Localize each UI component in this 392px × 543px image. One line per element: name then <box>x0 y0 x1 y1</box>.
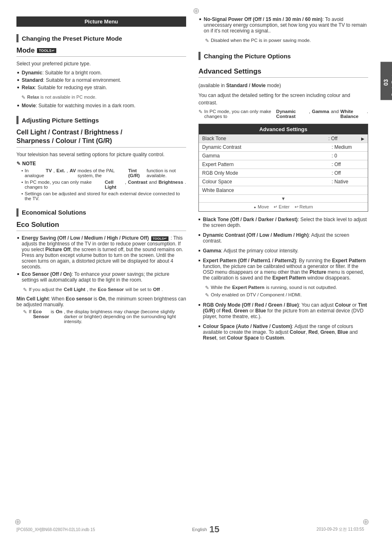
mode-label: Mode <box>16 46 35 55</box>
row-label: Colour Space <box>202 179 332 185</box>
list-item: Relax: Suitable for reducing eye strain. <box>16 85 186 90</box>
subsection-adjust-title: Adjusting Picture Settings <box>22 117 99 124</box>
item-text: Dynamic Contrast (Off / Low / Medium / H… <box>203 232 368 244</box>
row-label: White Balance <box>202 187 332 193</box>
item-text: Gamma: Adjust the primary colour intensi… <box>203 248 299 254</box>
item-text: RGB Only Mode (Off / Red / Green / Blue)… <box>203 302 368 319</box>
list-item: Movie: Suitable for watching movies in a… <box>16 103 186 109</box>
subsection-adjust-heading: Adjusting Picture Settings <box>16 116 186 124</box>
subsection-preset-title: Changing the Preset Picture Mode <box>22 35 122 42</box>
note-item: In analogue TV, Ext., AV modes of the PA… <box>16 168 186 178</box>
list-item: Dynamic Contrast (Off / Low / Medium / H… <box>198 232 368 244</box>
right-column: No-Signal Power Off (Off / 15 min / 30 m… <box>198 16 368 527</box>
item-text: Black Tone (Off / Dark / Darker / Darkes… <box>203 217 368 228</box>
adv-pc-note: In PC mode, you can only make changes to… <box>198 109 368 119</box>
item-text: Dynamic: Suitable for a bright room. <box>22 70 102 76</box>
item-text: Movie: Suitable for watching movies in a… <box>22 103 136 109</box>
adv-subtitle: (available in Standard / Movie mode) <box>198 82 368 89</box>
table-row: Dynamic Contrast : Medium <box>199 143 368 151</box>
nosignal-section: No-Signal Power Off (Off / 15 min / 30 m… <box>198 16 368 44</box>
subsection-bar <box>198 52 201 60</box>
mode-section: Mode TOOLS ↵ Select your preferred pictu… <box>16 46 186 109</box>
list-item: Colour Space (Auto / Native / Custom): A… <box>198 323 368 341</box>
subsection-preset-heading: Changing the Preset Picture Mode <box>16 34 186 42</box>
adv-desc-list2: RGB Only Mode (Off / Red / Green / Blue)… <box>198 302 368 341</box>
side-tab: 03 Basic Features <box>380 62 392 100</box>
list-item: Dynamic: Suitable for a bright room. <box>16 70 186 76</box>
adv-settings-section: Advanced Settings (available in Standard… <box>198 67 368 341</box>
item-text: No-Signal Power Off (Off / 15 min / 30 m… <box>204 16 368 34</box>
note-list: In analogue TV, Ext., AV modes of the PA… <box>16 168 186 201</box>
eco-list: Energy Saving (Off / Low / Medium / High… <box>16 235 186 283</box>
table-row: Gamma : 0 <box>199 151 368 160</box>
row-label: Expert Pattern <box>202 162 332 167</box>
row-label: RGB Only Mode <box>202 170 332 176</box>
list-item: Eco Sensor (Off / On): To enhance your p… <box>16 271 186 283</box>
row-value: : Off <box>332 170 364 176</box>
page-number: English 15 <box>192 524 220 535</box>
subsection-bar <box>16 208 18 217</box>
tools-arrow-icon: ↵ <box>52 49 55 53</box>
item-text: Standard: Suitable for a normal environm… <box>22 77 121 83</box>
mode-list: Dynamic: Suitable for a bright room. Sta… <box>16 70 186 90</box>
mincelllight-text: Min Cell Light: When Eco sensor is On, t… <box>16 296 186 307</box>
expert-note2: Only enabled on DTV / Component / HDMI. <box>205 292 368 298</box>
list-item: Gamma: Adjust the primary colour intensi… <box>198 248 368 254</box>
table-row: White Balance <box>199 186 368 194</box>
note-item: Settings can be adjusted and stored for … <box>16 191 186 201</box>
eco-section: Eco Solution Energy Saving (Off / Low / … <box>16 221 186 324</box>
adv-table-header: Advanced Settings <box>199 124 368 134</box>
adv-table-footer: ⬥ Move ↵ Enter ↩ Return <box>199 202 368 211</box>
table-row: Black Tone : Off ▶ <box>199 134 368 143</box>
row-arrow-icon: ▶ <box>361 136 364 141</box>
eco-title: Eco Solution <box>16 221 186 229</box>
footer-return: ↩ Return <box>295 204 313 210</box>
subsection-pic-options-heading: Changing the Picture Options <box>198 52 368 60</box>
item-text: Relax: Suitable for reducing eye strain. <box>22 85 107 90</box>
lang-text: English <box>192 527 207 532</box>
subsection-pic-options-title: Changing the Picture Options <box>204 53 291 60</box>
page-num-big: 15 <box>210 524 219 535</box>
list-item: Energy Saving (Off / Low / Medium / High… <box>16 235 186 270</box>
note-section: NOTE In analogue TV, Ext., AV modes of t… <box>16 161 186 201</box>
row-label: Black Tone <box>202 136 328 141</box>
relax-note: Relax is not available in PC mode. <box>21 95 186 100</box>
row-value: : Off <box>332 162 364 167</box>
left-column: Picture Menu Changing the Preset Picture… <box>16 16 186 527</box>
adv-divider <box>198 77 368 78</box>
adv-table-body: Black Tone : Off ▶ Dynamic Contrast : Me… <box>199 134 368 202</box>
nosignal-note: Disabled when the PC is in power saving … <box>205 38 368 44</box>
row-value: : 0 <box>332 153 364 159</box>
eco-mincell-note: If Eco Sensor is On, the display brightn… <box>23 309 186 324</box>
adv-settings-table: Advanced Settings Black Tone : Off ▶ Dyn… <box>198 124 368 212</box>
cellight-section: Cell Light / Contrast / Brightness /Shar… <box>16 128 186 201</box>
list-item: No-Signal Power Off (Off / 15 min / 30 m… <box>198 16 368 34</box>
tools-badge: TOOLS ↵ <box>37 48 56 53</box>
nosignal-list: No-Signal Power Off (Off / 15 min / 30 m… <box>198 16 368 34</box>
mode-title: Mode TOOLS ↵ <box>16 46 186 55</box>
item-text: Eco Sensor (Off / On): To enhance your p… <box>22 271 186 283</box>
row-label: Gamma <box>202 153 332 159</box>
cellight-divider <box>16 147 186 148</box>
adv-desc-list: Black Tone (Off / Dark / Darker / Darkes… <box>198 217 368 281</box>
movie-list: Movie: Suitable for watching movies in a… <box>16 103 186 109</box>
side-tab-number: 03 <box>383 79 389 86</box>
section-title-text: Picture Menu <box>85 18 118 25</box>
page-footer: [PC6500_XH]BN68-02807H-02L10.indb 15 Eng… <box>0 524 380 535</box>
section-title-box: Picture Menu <box>16 16 186 27</box>
subsection-eco-title: Economical Solutions <box>22 209 86 216</box>
item-text: Energy Saving (Off / Low / Medium / High… <box>22 235 186 270</box>
list-item: Expert Pattern (Off / Pattern1 / Pattern… <box>198 258 368 281</box>
changing-pic-options: Changing the Picture Options <box>198 52 368 60</box>
relax-note-text: Relax is not available in PC mode. <box>27 95 97 99</box>
tools-badge-eco: TOOLS↵ <box>151 236 168 241</box>
cellight-desc: Your television has several setting opti… <box>16 152 186 157</box>
eco-divider <box>16 231 186 231</box>
tools-text: TOOLS <box>39 49 51 53</box>
list-item: Standard: Suitable for a normal environm… <box>16 77 186 83</box>
list-item: Black Tone (Off / Dark / Darker / Darkes… <box>198 217 368 228</box>
indb-text: [PC6500_XH]BN68-02807H-02L10.indb 15 <box>16 527 95 532</box>
adv-subtitle-text: (available in Standard / Movie mode) <box>198 83 281 88</box>
cellight-title: Cell Light / Contrast / Brightness /Shar… <box>16 128 186 146</box>
subsection-eco-heading: Economical Solutions <box>16 208 186 217</box>
